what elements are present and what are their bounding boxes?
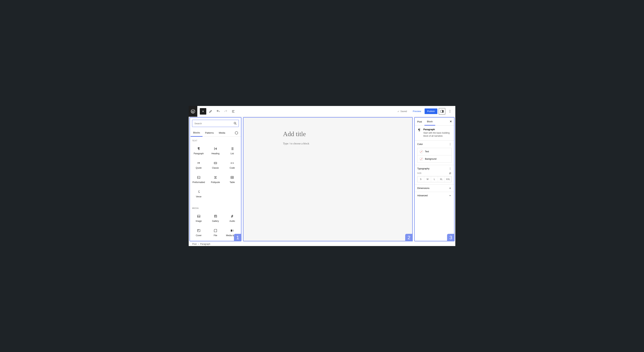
saved-label: Saved	[400, 110, 407, 113]
svg-point-22	[450, 169, 450, 170]
svg-point-4	[450, 111, 450, 111]
size-xxl[interactable]: XXL	[444, 176, 452, 182]
size-custom-icon[interactable]	[449, 172, 452, 175]
cover-icon	[196, 228, 201, 233]
dimensions-panel[interactable]: Dimensions	[415, 185, 454, 192]
plus-icon	[449, 187, 452, 190]
block-name: Paragraph	[423, 128, 452, 131]
title-placeholder[interactable]: Add title	[283, 130, 412, 138]
settings-tabs: Post Block ✕	[415, 118, 454, 125]
options-kebab-icon[interactable]	[447, 108, 453, 115]
breadcrumb-post[interactable]: Post	[192, 243, 196, 245]
block-heading[interactable]: Heading	[207, 144, 223, 157]
check-icon	[397, 110, 400, 113]
tab-patterns[interactable]: Patterns	[202, 129, 216, 136]
region-badge-3: 3	[447, 234, 454, 241]
block-summary: Paragraph Start with the basic building …	[415, 125, 454, 141]
category-text: TEXT	[190, 137, 241, 143]
redo-icon[interactable]	[222, 108, 229, 115]
tool-group-left	[197, 108, 236, 115]
tab-blocks[interactable]: Blocks	[191, 129, 202, 137]
chevron-right-icon: ›	[198, 243, 199, 245]
list-icon	[230, 147, 234, 151]
size-m[interactable]: M	[424, 176, 431, 182]
block-paragraph[interactable]: Paragraph	[191, 144, 207, 157]
file-icon	[213, 228, 218, 233]
top-toolbar: Saved Preview Publish	[189, 106, 455, 117]
block-list[interactable]: List	[224, 144, 240, 157]
paragraph-icon	[196, 147, 201, 151]
body-placeholder[interactable]: Type / to choose a block	[283, 142, 412, 145]
block-verse[interactable]: Verse	[191, 187, 207, 201]
color-background-button[interactable]: Background	[418, 155, 452, 163]
block-pullquote[interactable]: Pullquote	[207, 173, 223, 186]
search-input[interactable]	[192, 120, 239, 127]
undo-icon[interactable]	[215, 108, 222, 115]
gallery-icon	[213, 214, 218, 218]
color-label: Color	[417, 143, 423, 145]
breadcrumb-paragraph[interactable]: Paragraph	[200, 243, 210, 245]
svg-point-19	[450, 145, 450, 145]
color-panel: Color Text Background	[415, 141, 454, 165]
chevron-down-icon	[449, 194, 452, 197]
block-classic[interactable]: Classic	[207, 158, 223, 172]
size-label: SIZE	[417, 172, 422, 174]
editor-window: Saved Preview Publish Blocks Patte	[189, 106, 455, 246]
size-s[interactable]: S	[418, 176, 424, 182]
tab-media[interactable]: Media	[216, 129, 228, 136]
svg-point-6	[234, 122, 236, 124]
swatch-none-icon	[420, 157, 423, 161]
publish-button[interactable]: Publish	[424, 108, 437, 114]
block-file[interactable]: File	[207, 226, 223, 237]
pattern-explorer-icon[interactable]	[233, 129, 240, 136]
svg-rect-15	[231, 230, 232, 232]
size-xl[interactable]: XL	[438, 176, 444, 182]
color-options-icon[interactable]	[449, 143, 452, 146]
verse-icon	[196, 190, 201, 194]
editor-body: Blocks Patterns Media TEXT Paragraph Hea…	[189, 117, 455, 242]
pullquote-icon	[213, 175, 218, 180]
tab-block[interactable]: Block	[424, 118, 435, 125]
settings-panel: Post Block ✕ Paragraph Start with the ba…	[414, 117, 454, 241]
block-cover[interactable]: Cover	[191, 226, 207, 237]
document-overview-icon[interactable]	[230, 108, 236, 115]
close-inserter-button[interactable]	[200, 108, 206, 115]
breadcrumb: Post › Paragraph	[189, 242, 455, 246]
audio-icon	[230, 214, 234, 218]
typography-label: Typography	[417, 167, 430, 170]
svg-point-3	[450, 110, 450, 110]
color-text-button[interactable]: Text	[418, 148, 452, 155]
block-audio[interactable]: Audio	[224, 211, 240, 225]
typography-options-icon[interactable]	[449, 167, 452, 170]
typography-panel: Typography SIZE S M L XL XXL	[415, 165, 454, 185]
block-image[interactable]: Image	[191, 211, 207, 225]
tab-post[interactable]: Post	[415, 118, 424, 125]
wp-logo-button[interactable]	[189, 106, 197, 117]
region-badge-2: 2	[405, 234, 413, 241]
block-table[interactable]: Table	[224, 173, 240, 186]
close-settings-icon[interactable]: ✕	[448, 120, 454, 123]
image-icon	[196, 214, 201, 218]
block-quote[interactable]: Quote	[191, 158, 207, 172]
svg-rect-14	[198, 230, 198, 230]
preformatted-icon	[196, 175, 201, 180]
svg-point-23	[450, 173, 451, 173]
advanced-panel[interactable]: Advanced	[415, 192, 454, 199]
saved-status: Saved	[395, 108, 409, 114]
block-gallery[interactable]: Gallery	[207, 211, 223, 225]
tool-group-right: Saved Preview Publish	[395, 108, 455, 115]
inserter-tabs: Blocks Patterns Media	[190, 129, 241, 137]
editor-canvas[interactable]: Add title Type / to choose a block 2	[243, 117, 413, 241]
svg-point-5	[450, 112, 450, 113]
table-icon	[230, 175, 234, 180]
sidebar-toggle-button[interactable]	[439, 108, 445, 115]
text-block-grid: Paragraph Heading List Quote Classic Cod…	[190, 143, 241, 204]
svg-point-21	[450, 168, 450, 169]
block-preformatted[interactable]: Preformatted	[191, 173, 207, 186]
edit-tool-icon[interactable]	[207, 108, 214, 115]
svg-rect-8	[197, 176, 200, 179]
block-code[interactable]: Code	[224, 158, 240, 172]
size-button-group: S M L XL XXL	[417, 176, 452, 182]
size-l[interactable]: L	[431, 176, 438, 182]
preview-button[interactable]: Preview	[410, 108, 423, 114]
